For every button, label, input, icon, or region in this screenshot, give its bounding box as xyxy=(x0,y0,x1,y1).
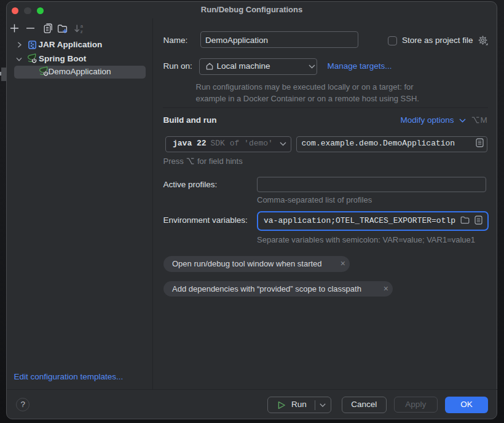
svg-text:z: z xyxy=(81,28,83,34)
svg-text:a: a xyxy=(81,23,84,29)
